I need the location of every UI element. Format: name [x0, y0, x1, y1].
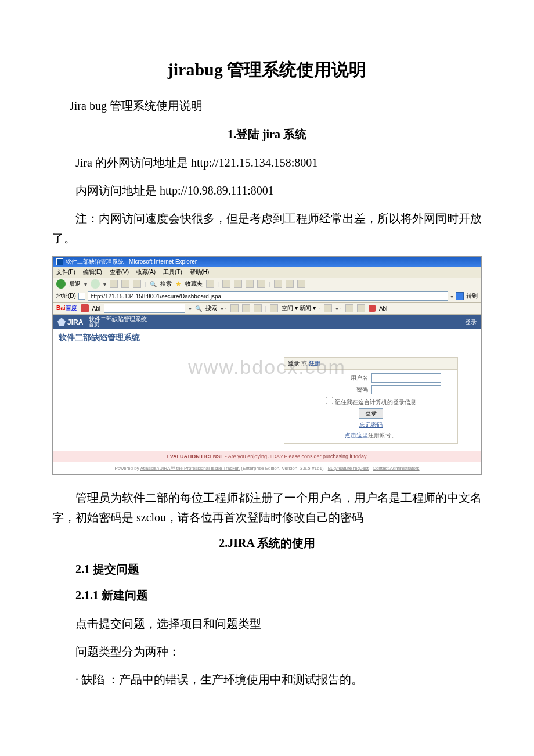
abi-icon: [369, 305, 376, 312]
evaluation-banner: EVALUATION LICENSE - Are you enjoying JI…: [53, 451, 481, 462]
history-icon[interactable]: [206, 280, 214, 288]
paragraph: Jira 的外网访问地址是 http://121.15.134.158:8001: [52, 153, 482, 172]
tool-icon[interactable]: [297, 280, 305, 288]
register-line: 点击这里注册帐号。: [288, 431, 454, 440]
jira-nav-bar: JIRA 软件二部缺陷管理系统 首页 登录: [53, 315, 481, 329]
jira-login-link[interactable]: 登录: [465, 318, 477, 326]
print-icon[interactable]: [234, 280, 242, 288]
back-button-icon[interactable]: [56, 279, 66, 289]
purchase-link[interactable]: purchasing it: [323, 453, 352, 459]
menu-tools[interactable]: 工具(T): [163, 269, 182, 275]
toolbar-icon[interactable]: [242, 304, 250, 312]
toolbar-icon[interactable]: [357, 304, 365, 312]
document-page: jirabug 管理系统使用说明 Jira bug 管理系统使用说明 1.登陆 …: [0, 0, 534, 732]
password-input[interactable]: [371, 385, 441, 394]
go-label[interactable]: 转到: [466, 292, 478, 300]
menu-file[interactable]: 文件(F): [56, 269, 75, 275]
menu-view[interactable]: 查看(V): [110, 269, 129, 275]
abi-label-2: Abi: [379, 305, 387, 312]
abi-label: Abi: [92, 305, 100, 312]
atlassian-link[interactable]: Atlassian JIRA™ the Professional Issue T…: [140, 466, 240, 471]
username-input[interactable]: [371, 373, 441, 383]
ie-addressbar: 地址(D) http://121.15.134.158:8001/secure/…: [53, 290, 481, 303]
section-1-heading: 1.登陆 jira 系统: [52, 127, 482, 142]
paragraph: 内网访问地址是 http://10.98.89.111:8001: [52, 181, 482, 200]
bug-request-link[interactable]: Bug/feature request: [328, 466, 369, 471]
menu-fav[interactable]: 收藏(A): [136, 269, 156, 275]
ie-titlebar: 软件二部缺陷管理系统 - Microsoft Internet Explorer: [53, 257, 481, 267]
edit-icon[interactable]: [246, 280, 254, 288]
toolbar-icon[interactable]: [324, 304, 332, 312]
tool-icon[interactable]: [286, 280, 294, 288]
register-link[interactable]: 注册: [309, 360, 320, 366]
menu-edit[interactable]: 编辑(E): [83, 269, 102, 275]
doc-subtitle: Jira bug 管理系统使用说明: [52, 98, 482, 114]
jira-logo-icon: [57, 318, 66, 326]
paragraph: 问题类型分为两种：: [52, 642, 482, 661]
login-header: 登录 或 注册: [284, 358, 457, 370]
login-button[interactable]: 登录: [359, 408, 383, 419]
doc-title: jirabug 管理系统使用说明: [52, 58, 482, 82]
forward-button-icon[interactable]: [91, 279, 100, 289]
subsection-2-1-1: 2.1.1 新建问题: [52, 588, 482, 603]
mail-icon[interactable]: [222, 280, 230, 288]
home-icon[interactable]: [133, 280, 141, 288]
contact-admin-link[interactable]: Contact Administrators: [373, 466, 419, 471]
paragraph: 管理员为软件二部的每位工程师都注册了一个用户名，用户名是工程师的中文名字，初始密…: [52, 488, 482, 527]
login-panel: 登录 或 注册 用户名 密码 记住我在这台计算机的登录信息 登: [284, 357, 458, 444]
register-here-link[interactable]: 点击这里: [345, 432, 368, 438]
refresh-icon[interactable]: [121, 280, 129, 288]
paragraph: 注：内网访问速度会快很多，但是考虑到工程师经常出差，所以将外网同时开放了。: [52, 208, 482, 248]
toolbar-icon[interactable]: [230, 304, 239, 312]
forgot-password-link[interactable]: 忘记密码: [288, 421, 454, 429]
remember-checkbox[interactable]: [326, 397, 333, 404]
jira-home-link[interactable]: 首页: [89, 322, 147, 327]
menu-help[interactable]: 帮助(H): [190, 269, 210, 275]
baidu-toolbar: Bai百度 Abi ▾ 🔍 搜索 ▾ · | 空间 ▾ 新闻 ▾ · ▾ · A…: [53, 303, 481, 315]
address-input[interactable]: http://121.15.134.158:8001/secure/Dashbo…: [88, 291, 448, 301]
jira-page-body: 软件二部缺陷管理系统 www.bdocx.com 登录 或 注册 用户名 密码: [53, 329, 481, 474]
favorites-label[interactable]: 收藏夹: [185, 280, 203, 288]
address-label: 地址(D): [56, 292, 76, 300]
remember-label: 记住我在这台计算机的登录信息: [335, 399, 416, 405]
back-label[interactable]: 后退: [69, 280, 81, 288]
jira-page-title: 软件二部缺陷管理系统: [53, 329, 481, 347]
discuss-icon[interactable]: [257, 280, 265, 288]
ie-menubar: 文件(F) 编辑(E) 查看(V) 收藏(A) 工具(T) 帮助(H): [53, 267, 481, 278]
tool-icon[interactable]: [274, 280, 282, 288]
paragraph: 点击提交问题，选择项目和问题类型: [52, 614, 482, 633]
ie-app-icon: [56, 258, 63, 265]
favorites-icon[interactable]: ★: [175, 280, 182, 288]
stop-icon[interactable]: [110, 280, 118, 288]
window-title: 软件二部缺陷管理系统 - Microsoft Internet Explorer: [66, 258, 197, 266]
abi-icon: [81, 304, 89, 312]
subsection-2-1: 2.1 提交问题: [52, 561, 482, 577]
baidu-search-button[interactable]: 搜索: [205, 304, 217, 312]
toolbar-icon[interactable]: [254, 304, 262, 312]
paragraph: · 缺陷 ：产品中的错误，生产环境使用中和测试报告的。: [52, 669, 482, 689]
baidu-items[interactable]: 空间 ▾ 新闻 ▾: [282, 304, 315, 312]
baidu-logo-icon: Bai百度: [56, 304, 77, 312]
jira-footer: Powered by Atlassian JIRA™ the Professio…: [53, 462, 481, 474]
section-2-heading: 2.JIRA 系统的使用: [52, 535, 482, 551]
go-button-icon[interactable]: [456, 292, 464, 300]
password-label: 密码: [356, 386, 368, 394]
page-icon: [78, 293, 85, 300]
toolbar-icon[interactable]: [345, 304, 353, 312]
jira-logo: JIRA: [57, 318, 83, 326]
search-label[interactable]: 搜索: [160, 280, 172, 288]
toolbar-icon[interactable]: [270, 304, 278, 312]
baidu-search-input[interactable]: [104, 304, 185, 313]
username-label: 用户名: [351, 374, 368, 382]
screenshot-ie-jira: 软件二部缺陷管理系统 - Microsoft Internet Explorer…: [52, 256, 482, 475]
ie-toolbar: 后退 ▾ ▾ | 🔍 搜索 ★ 收藏夹 | |: [53, 278, 481, 290]
